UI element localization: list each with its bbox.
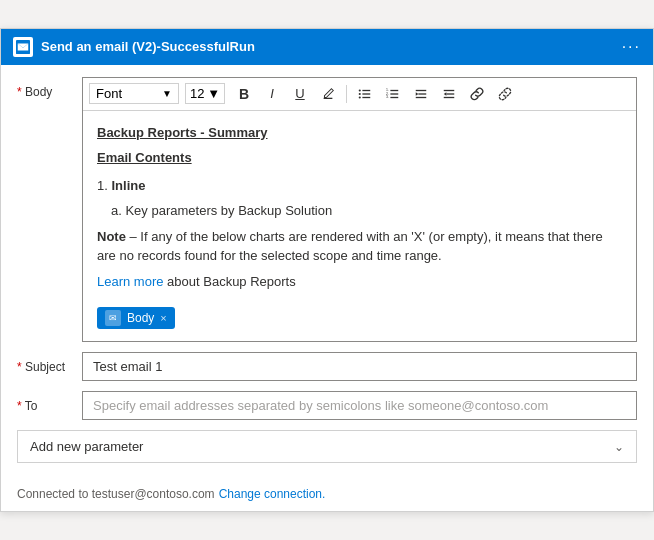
card-body: * Body Font ▼ 12 ▼ B xyxy=(1,65,653,482)
content-note: Note – If any of the below charts are re… xyxy=(97,227,622,266)
body-token-icon: ✉ xyxy=(105,310,121,326)
body-token-label: Body xyxy=(127,309,154,327)
app-icon xyxy=(13,37,33,57)
unlink-button[interactable] xyxy=(492,82,518,106)
body-token-close[interactable]: × xyxy=(160,310,166,327)
learn-after: about Backup Reports xyxy=(163,274,295,289)
editor-toolbar: Font ▼ 12 ▼ B I U xyxy=(83,78,636,111)
add-parameter-chevron: ⌄ xyxy=(614,440,624,454)
content-heading-2: Email Contents xyxy=(97,148,622,168)
to-required-marker: * xyxy=(17,399,22,413)
to-field-row: * To xyxy=(17,391,637,420)
header-title: Send an email (V2)-SuccessfulRun xyxy=(41,39,614,54)
body-token: ✉ Body × xyxy=(97,307,175,329)
indent-button[interactable] xyxy=(408,82,434,106)
outdent-button[interactable] xyxy=(436,82,462,106)
card-footer: Connected to testuser@contoso.com Change… xyxy=(1,481,653,511)
ordered-list-button[interactable]: 1.2.3. xyxy=(380,82,406,106)
font-size-chevron: ▼ xyxy=(207,86,220,101)
highlight-button[interactable] xyxy=(315,82,341,106)
svg-point-2 xyxy=(359,89,361,91)
font-size-selector[interactable]: 12 ▼ xyxy=(185,83,225,104)
subject-label: * Subject xyxy=(17,352,72,374)
content-list-sub: a. Key parameters by Backup Solution xyxy=(97,201,622,221)
add-parameter-row[interactable]: Add new parameter ⌄ xyxy=(17,430,637,463)
svg-point-4 xyxy=(359,96,361,98)
to-input[interactable] xyxy=(82,391,637,420)
link-button[interactable] xyxy=(464,82,490,106)
body-field-content: Font ▼ 12 ▼ B I U xyxy=(82,77,637,343)
note-body: – If any of the below charts are rendere… xyxy=(97,229,603,264)
body-required-marker: * xyxy=(17,85,22,99)
underline-button[interactable]: U xyxy=(287,82,313,106)
list-number: 1. xyxy=(97,178,108,193)
bold-button[interactable]: B xyxy=(231,82,257,106)
italic-button[interactable]: I xyxy=(259,82,285,106)
note-prefix: Note xyxy=(97,229,126,244)
content-list-item: 1. Inline xyxy=(97,176,622,196)
change-connection-link[interactable]: Change connection. xyxy=(219,487,326,501)
font-label: Font xyxy=(96,86,122,101)
header-menu-button[interactable]: ··· xyxy=(622,38,641,56)
font-selector[interactable]: Font ▼ xyxy=(89,83,179,104)
connected-text: Connected to testuser@contoso.com xyxy=(17,487,215,501)
font-size-value: 12 xyxy=(190,86,204,101)
to-label: * To xyxy=(17,391,72,413)
card-header: Send an email (V2)-SuccessfulRun ··· xyxy=(1,29,653,65)
content-heading-1: Backup Reports - Summary xyxy=(97,123,622,143)
card-container: Send an email (V2)-SuccessfulRun ··· * B… xyxy=(0,28,654,513)
add-parameter-label: Add new parameter xyxy=(30,439,143,454)
subject-required-marker: * xyxy=(17,360,22,374)
svg-text:3.: 3. xyxy=(386,95,389,99)
unordered-list-button[interactable] xyxy=(352,82,378,106)
font-chevron: ▼ xyxy=(162,88,172,99)
body-editor: Font ▼ 12 ▼ B I U xyxy=(82,77,637,343)
toolbar-divider-1 xyxy=(346,85,347,103)
content-learn-line: Learn more about Backup Reports xyxy=(97,272,622,292)
body-field-row: * Body Font ▼ 12 ▼ B xyxy=(17,77,637,343)
to-field-content xyxy=(82,391,637,420)
subject-field-row: * Subject xyxy=(17,352,637,381)
svg-point-3 xyxy=(359,93,361,95)
body-editor-content[interactable]: Backup Reports - Summary Email Contents … xyxy=(83,111,636,342)
subject-input[interactable] xyxy=(82,352,637,381)
subject-field-content xyxy=(82,352,637,381)
body-label: * Body xyxy=(17,77,72,99)
learn-more-link[interactable]: Learn more xyxy=(97,274,163,289)
list-item-bold: Inline xyxy=(111,178,145,193)
